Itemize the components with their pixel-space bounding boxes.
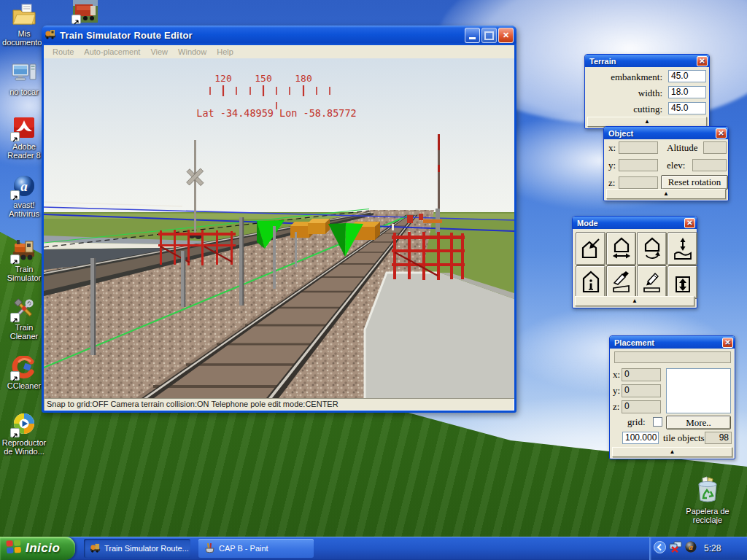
mode-snap-terrain-button[interactable] (667, 232, 697, 265)
close-icon[interactable]: ✕ (684, 218, 695, 228)
panel-title: Object (608, 129, 633, 138)
menu-view[interactable]: View (146, 47, 172, 56)
task-label: Train Simulator Route... (104, 544, 189, 553)
scene-sky (44, 58, 514, 222)
mode-cut-terrain-button[interactable] (606, 265, 636, 299)
width-label: width: (638, 88, 662, 99)
tray-network-error-icon[interactable] (669, 541, 682, 556)
embankment-label: embankment: (611, 71, 662, 83)
close-icon[interactable]: ✕ (722, 338, 733, 348)
placement-x-input[interactable]: 0 (622, 368, 661, 381)
cutting-input[interactable]: 45.0 (668, 102, 706, 114)
panel-title: Terrain (589, 57, 616, 66)
object-panel-title-bar[interactable]: Object ✕ (604, 127, 728, 139)
menu-auto-placement[interactable]: Auto-placement (80, 47, 144, 56)
y-label: y: (613, 385, 620, 397)
altitude-input[interactable] (703, 141, 727, 154)
tray-chevron-icon[interactable] (654, 541, 666, 556)
taskbar: Inicio Train Simulator Route... CAP B - … (0, 537, 747, 560)
shortcut-arrow-icon (10, 313, 20, 322)
minimize-button[interactable] (465, 28, 480, 43)
right-platform[interactable] (365, 273, 514, 398)
elev-label: elev: (667, 160, 685, 171)
house-rotate-icon (643, 237, 662, 260)
panel-title: Mode (577, 219, 598, 228)
folder-icon (12, 4, 36, 27)
embankment-input[interactable]: 45.0 (668, 70, 706, 82)
mode-move-object-button[interactable] (606, 232, 636, 265)
panel-title: Placement (614, 338, 654, 347)
tray-avast-icon[interactable]: a (685, 541, 697, 556)
window-title: Train Simulator Route Editor (60, 30, 463, 41)
compass-heading-120: 120 (214, 73, 231, 84)
knife-terrain-icon (612, 271, 631, 294)
mode-paint-terrain-button[interactable] (637, 265, 667, 299)
x-label: x: (608, 142, 616, 154)
task-label: CAP B - Paint (219, 544, 268, 553)
menu-help[interactable]: Help (212, 47, 238, 56)
shortcut-arrow-icon (10, 190, 20, 200)
taskbar-task-train-simulator[interactable]: Train Simulator Route... (84, 539, 190, 558)
menu-window[interactable]: Window (174, 47, 211, 56)
mode-object-info-button[interactable] (576, 265, 605, 299)
width-input[interactable]: 18.0 (668, 86, 706, 98)
object-x-input[interactable] (619, 141, 658, 154)
desktop-icon-recycle-bin[interactable]: Papelera de reciclaje (682, 475, 733, 524)
icon-label: Papelera de reciclaje (682, 507, 733, 524)
terrain-panel: Terrain ✕ embankment: 45.0 width: 18.0 c… (584, 54, 710, 129)
placement-z-input[interactable]: 0 (622, 400, 661, 413)
placement-listbox[interactable] (666, 368, 731, 413)
mode-panel: Mode ✕ ▲ (572, 216, 697, 308)
placement-panel-title-bar[interactable]: Placement ✕ (610, 336, 735, 349)
terrain-panel-title-bar[interactable]: Terrain ✕ (585, 55, 709, 67)
reset-rotation-button[interactable]: Reset rotation (661, 175, 728, 190)
shortcut-arrow-icon (10, 132, 20, 141)
close-icon[interactable]: ✕ (697, 56, 708, 66)
app-train-icon (44, 28, 56, 42)
computer-icon (12, 62, 36, 85)
desktop-icon-train-image[interactable] (67, 0, 104, 23)
z-label: z: (613, 401, 619, 413)
close-icon[interactable]: ✕ (716, 128, 727, 139)
collapse-bar[interactable]: ▲ (606, 189, 726, 199)
cutting-label: cutting: (633, 104, 662, 115)
collapse-bar[interactable]: ▲ (587, 117, 707, 127)
train-icon (12, 239, 36, 262)
object-y-input[interactable] (619, 159, 658, 171)
start-button[interactable]: Inicio (0, 537, 75, 560)
tile-objects-value: 98 (705, 432, 732, 444)
z-label: z: (608, 177, 615, 189)
viewport-3d-scene[interactable]: 120 150 180 Lat -34.48959 Lon -58.85772 (44, 58, 514, 398)
close-button[interactable]: ✕ (498, 28, 514, 43)
compass-heading-150: 150 (255, 73, 271, 84)
maximize-button[interactable] (481, 28, 497, 43)
elev-input[interactable] (692, 159, 727, 171)
editor-title-bar[interactable]: Train Simulator Route Editor ✕ (42, 26, 516, 45)
shortcut-arrow-icon (10, 254, 20, 264)
train-icon (90, 542, 101, 554)
raise-lower-icon (673, 271, 692, 294)
icon-label: Reproductor de Windo... (0, 438, 48, 456)
mode-place-object-button[interactable] (576, 232, 605, 265)
object-z-input[interactable] (619, 176, 658, 189)
desktop-icon-reproductor-windows-media[interactable]: Reproductor de Windo... (0, 413, 48, 456)
collapse-bar[interactable]: ▲ (612, 447, 732, 457)
taskbar-task-paint[interactable]: CAP B - Paint (198, 539, 314, 558)
taskbar-clock[interactable]: 5:28 (704, 543, 721, 553)
tile-objects-label: tile objects: (663, 432, 707, 444)
recycle-bin-icon (693, 475, 722, 505)
collapse-bar[interactable]: ▲ (575, 296, 694, 306)
mode-raise-lower-terrain-button[interactable] (667, 265, 697, 299)
placement-y-input[interactable]: 0 (622, 384, 661, 397)
house-arrow-icon (581, 237, 600, 260)
menu-bar: Route Auto-placement View Window Help (44, 45, 514, 58)
placement-name-field[interactable] (614, 351, 731, 363)
scale-input[interactable]: 100.000 (622, 432, 659, 444)
more-button[interactable]: More.. (666, 416, 731, 429)
mode-panel-title-bar[interactable]: Mode ✕ (573, 217, 697, 229)
grid-checkbox[interactable] (653, 417, 662, 427)
menu-route[interactable]: Route (48, 47, 78, 56)
mode-rotate-object-button[interactable] (637, 232, 667, 265)
svg-text:a: a (689, 542, 693, 551)
viewport[interactable]: 120 150 180 Lat -34.48959 Lon -58.85772 (44, 58, 514, 398)
